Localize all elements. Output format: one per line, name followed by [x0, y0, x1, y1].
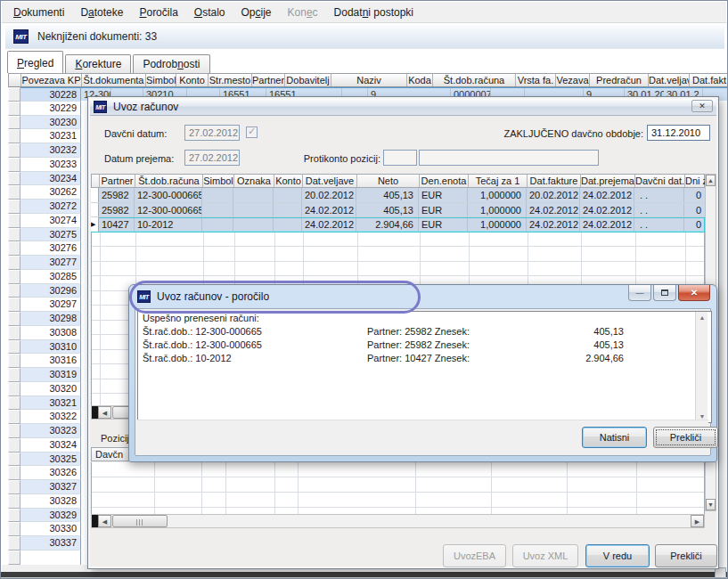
table-row[interactable]: 30308: [8, 326, 81, 340]
row-selector-cell[interactable]: [91, 188, 99, 202]
table-row[interactable]: 30296: [8, 284, 81, 298]
table-row[interactable]: 30321: [8, 396, 81, 411]
main-grid-column-header[interactable]: Koda: [407, 74, 433, 86]
table-row[interactable]: 30285: [8, 270, 81, 284]
invoice-grid-column-header[interactable]: Oznaka: [234, 175, 274, 187]
row-selector-gutter[interactable]: [8, 424, 20, 438]
invoice-row[interactable]: 25982 12-300-000665 20.02.2012 405,13 EU…: [91, 188, 705, 203]
close-button[interactable]: ✕: [691, 100, 713, 112]
table-row[interactable]: 30297: [8, 298, 81, 312]
main-grid-column-header[interactable]: Str.mesto: [209, 74, 252, 86]
table-row[interactable]: 30228: [8, 87, 81, 102]
table-row[interactable]: 30229: [8, 102, 81, 116]
table-row[interactable]: 30234: [8, 172, 81, 186]
row-selector-gutter[interactable]: [8, 256, 20, 270]
menu-item[interactable]: Datoteke: [72, 2, 131, 22]
pozicije-grid-horizontal-scrollbar[interactable]: ◀ ▶: [91, 514, 705, 528]
table-row[interactable]: 30233: [8, 158, 81, 172]
scrollbar-track[interactable]: [168, 515, 691, 527]
v-redu-button[interactable]: V redu: [585, 544, 650, 567]
row-selector-cell[interactable]: [91, 217, 99, 232]
table-row[interactable]: 30277: [8, 256, 81, 270]
invoice-grid-column-header[interactable]: Št.dob.računa: [135, 175, 203, 187]
table-row[interactable]: 30337: [8, 536, 81, 550]
table-row[interactable]: 30320: [8, 382, 81, 396]
invoice-grid-column-header[interactable]: Simbol: [203, 175, 234, 187]
table-row[interactable]: 30276: [8, 241, 81, 256]
close-button[interactable]: ✕: [678, 285, 710, 301]
import-dialog-titlebar[interactable]: MIT Uvoz računov: [90, 99, 716, 116]
invoice-grid-column-header[interactable]: Dat.fakture: [528, 175, 581, 187]
table-row[interactable]: 30327: [8, 480, 81, 494]
row-selector-gutter[interactable]: [8, 298, 20, 312]
row-selector-gutter[interactable]: [8, 480, 20, 494]
scroll-up-button[interactable]: ▲: [697, 312, 708, 323]
table-row[interactable]: 30328: [8, 494, 81, 509]
report-preklici-button[interactable]: Prekliči: [653, 427, 718, 448]
row-selector-gutter[interactable]: [8, 536, 20, 550]
grid-splitter-handle[interactable]: [92, 406, 98, 419]
row-selector-gutter[interactable]: [8, 509, 20, 523]
main-grid-column-header[interactable]: Predračun: [590, 74, 649, 86]
row-selector-cell[interactable]: [91, 203, 99, 217]
main-grid-column-header[interactable]: Dat.fakt: [690, 74, 728, 86]
row-selector-gutter[interactable]: [8, 396, 20, 411]
main-grid-column-header[interactable]: Naziv: [331, 74, 407, 86]
grid-splitter-handle[interactable]: [92, 515, 98, 527]
row-selector-gutter[interactable]: [8, 494, 20, 509]
maximize-button[interactable]: [653, 285, 676, 301]
invoice-row[interactable]: 25982 12-300-000665 24.02.2012 405,13 EU…: [91, 203, 705, 218]
protikonto-naziv-input[interactable]: [419, 150, 599, 166]
scroll-left-button[interactable]: ◀: [98, 515, 111, 527]
tab[interactable]: Korekture: [65, 54, 131, 73]
invoice-grid-column-header[interactable]: Partner: [100, 175, 135, 187]
main-grid-column-header[interactable]: Povezava KP: [21, 74, 82, 86]
table-row[interactable]: 30232: [8, 143, 81, 158]
preklici-button[interactable]: Prekliči: [655, 544, 717, 567]
row-selector-gutter[interactable]: [8, 214, 20, 228]
invoice-grid-column-header[interactable]: Dat.veljave: [303, 175, 357, 187]
main-grid-column-header[interactable]: Simbol: [146, 74, 176, 86]
scrollbar-thumb[interactable]: [112, 515, 168, 527]
main-grid-column-header[interactable]: Št.dokumenta: [82, 74, 146, 86]
row-selector-gutter[interactable]: [8, 453, 20, 467]
table-row[interactable]: 30275: [8, 228, 81, 242]
invoice-grid-column-header[interactable]: Konto: [274, 175, 303, 187]
row-selector-gutter[interactable]: [8, 438, 20, 453]
main-grid-column-header[interactable]: Vrsta fa.: [516, 74, 556, 86]
table-row[interactable]: 30274: [8, 214, 81, 228]
scroll-left-button[interactable]: ◀: [98, 406, 111, 419]
row-selector-gutter[interactable]: [8, 143, 20, 158]
table-row[interactable]: 30330: [8, 522, 81, 536]
row-selector-gutter[interactable]: [8, 228, 20, 242]
row-selector-gutter[interactable]: [8, 522, 20, 536]
scroll-down-button[interactable]: ▼: [706, 499, 716, 510]
table-row[interactable]: 30262: [8, 185, 81, 200]
table-row[interactable]: 30325: [8, 453, 81, 467]
invoice-grid-column-header[interactable]: Tečaj za 1: [469, 175, 528, 187]
table-row[interactable]: 30272: [8, 200, 81, 214]
row-selector-gutter[interactable]: [8, 284, 20, 298]
row-selector-gutter[interactable]: [8, 466, 20, 480]
table-row[interactable]: 30230: [8, 116, 81, 130]
row-selector-gutter[interactable]: [8, 270, 20, 284]
row-selector-gutter[interactable]: [8, 326, 20, 340]
tab[interactable]: Pregled: [7, 51, 63, 73]
row-selector-gutter[interactable]: [8, 129, 20, 143]
row-selector-gutter[interactable]: [8, 172, 20, 186]
main-grid-column-header[interactable]: Partner: [252, 74, 285, 86]
row-selector-gutter[interactable]: [8, 116, 20, 130]
table-row[interactable]: 30326: [8, 466, 81, 480]
row-selector-gutter[interactable]: [8, 185, 20, 200]
row-selector-gutter[interactable]: [8, 312, 20, 326]
table-row[interactable]: 30319: [8, 368, 81, 382]
row-selector-gutter[interactable]: [8, 368, 20, 382]
menu-item[interactable]: Dodatni postopki: [326, 2, 421, 22]
table-row[interactable]: 30310: [8, 340, 81, 355]
menu-item[interactable]: Poročila: [131, 2, 185, 22]
scroll-right-button[interactable]: ▶: [691, 515, 704, 527]
invoice-grid-column-header[interactable]: Den.enota: [420, 175, 469, 187]
table-row[interactable]: 30231: [8, 129, 81, 143]
scroll-up-button[interactable]: ▲: [706, 175, 716, 186]
main-grid-column-header[interactable]: Vezava: [556, 74, 590, 86]
